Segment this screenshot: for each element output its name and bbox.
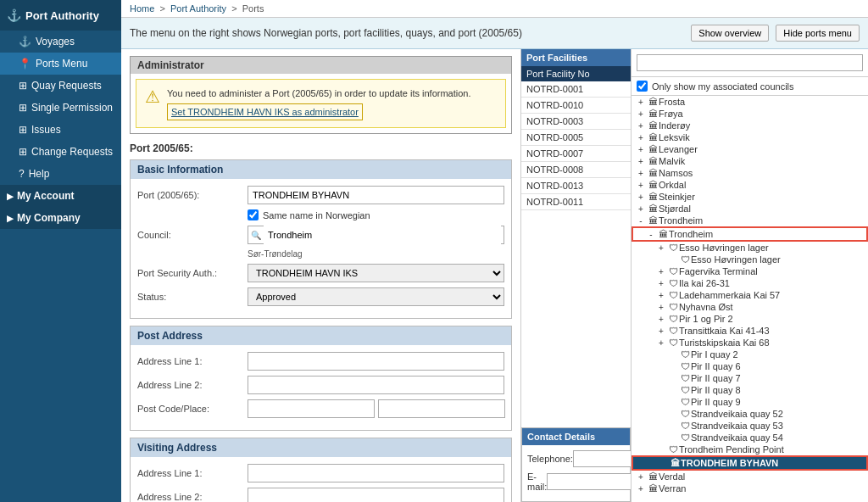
pf-row-5[interactable]: NOTRD-0008 bbox=[521, 162, 631, 178]
visiting-address-header: Visiting Address bbox=[131, 438, 511, 457]
sidebar-item-voyages[interactable]: ⚓ Voyages bbox=[0, 31, 121, 53]
anchor-small-icon: ⚓ bbox=[19, 36, 31, 47]
tree-node-strandveikaia53[interactable]: 🛡 Strandveikaia quay 53 bbox=[632, 420, 868, 432]
tree-node-pir2q6[interactable]: 🛡 Pir II quay 6 bbox=[632, 360, 868, 372]
associated-councils-checkbox[interactable] bbox=[637, 81, 648, 92]
shield-icon: 🛡 bbox=[667, 302, 679, 312]
sidebar-item-issues[interactable]: ⊞ Issues bbox=[0, 119, 121, 141]
shield-icon: 🛡 bbox=[679, 409, 691, 419]
set-admin-link[interactable]: Set TRONDHEIM HAVN IKS as administrator bbox=[167, 103, 363, 121]
tree-node-malvik[interactable]: + 🏛 Malvik bbox=[632, 155, 868, 167]
tree-node-pir2q8[interactable]: 🛡 Pir II quay 8 bbox=[632, 384, 868, 396]
status-select[interactable]: Approved bbox=[248, 287, 504, 306]
tree-node-stjordal[interactable]: + 🏛 Stjørdal bbox=[632, 203, 868, 215]
topbar: Home > Port Authority > Ports bbox=[121, 0, 868, 18]
tree-node-turistskipskaia[interactable]: + 🛡 Turistskipskaia Kai 68 bbox=[632, 337, 868, 349]
pf-row-4[interactable]: NOTRD-0007 bbox=[521, 146, 631, 162]
expand-icon: + bbox=[635, 133, 647, 142]
tree-node-verran[interactable]: + 🏛 Verran bbox=[632, 482, 868, 494]
tree-node-frosta[interactable]: + 🏛 Frosta bbox=[632, 96, 868, 108]
post-addr1-row: Address Line 1: bbox=[137, 352, 504, 371]
breadcrumb-port-authority[interactable]: Port Authority bbox=[170, 3, 226, 14]
pf-row-3[interactable]: NOTRD-0005 bbox=[521, 130, 631, 146]
pf-row-7[interactable]: NOTRD-0011 bbox=[521, 194, 631, 210]
tree-node-pir1q2[interactable]: 🛡 Pir I quay 2 bbox=[632, 349, 868, 360]
tree-node-strandveikaia54[interactable]: 🛡 Strandveikaia quay 54 bbox=[632, 432, 868, 443]
tree-node-trondheim[interactable]: - 🏛 Trondheim bbox=[632, 215, 868, 226]
building-icon: 🏛 bbox=[647, 132, 659, 142]
council-search-input[interactable] bbox=[264, 226, 501, 244]
sidebar-section-my-account[interactable]: ▶ My Account bbox=[0, 185, 121, 207]
port-section-label: Port 2005/65: bbox=[130, 142, 512, 154]
tree-search-input[interactable] bbox=[637, 54, 863, 71]
port-field-row: Port (2005/65): bbox=[137, 186, 504, 204]
post-addr2-input[interactable] bbox=[248, 376, 504, 394]
port-security-select[interactable]: TRONDHEIM HAVN IKS bbox=[248, 264, 504, 282]
tree-node-pir2q7[interactable]: 🛡 Pir II quay 7 bbox=[632, 372, 868, 384]
building-icon: 🏛 bbox=[647, 192, 659, 202]
telephone-input[interactable] bbox=[573, 450, 631, 467]
expand-icon: + bbox=[635, 181, 647, 190]
building-icon: 🏛 bbox=[647, 168, 659, 178]
tree-node-ila[interactable]: + 🛡 Ila kai 26-31 bbox=[632, 277, 868, 289]
contact-details-header: Contact Details bbox=[522, 428, 630, 445]
building-icon: 🏛 bbox=[647, 120, 659, 131]
tree-node-inderoy[interactable]: + 🏛 Inderøy bbox=[632, 120, 868, 131]
expand-icon: + bbox=[655, 338, 667, 348]
show-overview-button[interactable]: Show overview bbox=[691, 25, 769, 42]
tree-node-esso2[interactable]: 🛡 Esso Høvringen lager bbox=[632, 254, 868, 265]
tree-node-esso1[interactable]: + 🛡 Esso Høvringen lager bbox=[632, 242, 868, 254]
pf-row-0[interactable]: NOTRD-0001 bbox=[521, 81, 631, 98]
pf-row-1[interactable]: NOTRD-0010 bbox=[521, 98, 631, 114]
email-input[interactable] bbox=[547, 473, 631, 490]
grid2-icon: ⊞ bbox=[19, 102, 27, 114]
tree-node-trondheim-byhavn[interactable]: 🏛 TRONDHEIM BYHAVN bbox=[632, 455, 868, 471]
tree-node-froya[interactable]: + 🏛 Frøya bbox=[632, 108, 868, 120]
sidebar-section-my-company[interactable]: ▶ My Company bbox=[0, 207, 121, 229]
sidebar-item-quay-requests[interactable]: ⊞ Quay Requests bbox=[0, 75, 121, 97]
tree-node-leksvik[interactable]: + 🏛 Leksvik bbox=[632, 131, 868, 143]
post-address-header: Post Address bbox=[131, 326, 511, 345]
visit-addr1-input[interactable] bbox=[248, 464, 504, 482]
content-area: Administrator ⚠ You need to administer a… bbox=[121, 49, 868, 502]
port-input[interactable] bbox=[248, 186, 504, 204]
tree-node-pending[interactable]: 🛡 Trondheim Pending Point bbox=[632, 443, 868, 455]
chevron-right-icon2: ▶ bbox=[7, 214, 14, 223]
tree-node-transittkaia[interactable]: + 🛡 Transittkaia Kai 41-43 bbox=[632, 325, 868, 337]
tree-node-namsos[interactable]: + 🏛 Namsos bbox=[632, 167, 868, 179]
hide-ports-menu-button[interactable]: Hide ports menu bbox=[776, 25, 860, 42]
tree-node-steinkjer[interactable]: + 🏛 Steinkjer bbox=[632, 191, 868, 203]
sidebar-item-help[interactable]: ? Help bbox=[0, 163, 121, 185]
tree-node-pir1og2[interactable]: + 🛡 Pir 1 og Pir 2 bbox=[632, 313, 868, 325]
tree-node-fagervika[interactable]: + 🛡 Fagervika Terminal bbox=[632, 265, 868, 277]
expand-icon: + bbox=[655, 303, 667, 312]
tree-node-trondheim-sub[interactable]: - 🏛 Trondheim bbox=[632, 226, 868, 242]
pf-row-2[interactable]: NOTRD-0003 bbox=[521, 114, 631, 130]
tree-node-ladehammer[interactable]: + 🛡 Ladehammerkaia Kai 57 bbox=[632, 289, 868, 301]
shield-icon: 🛡 bbox=[667, 444, 679, 455]
admin-warning: ⚠ You need to administer a Port (2005/65… bbox=[136, 79, 506, 128]
visit-addr2-input[interactable] bbox=[248, 488, 504, 502]
tree-node-orkdal[interactable]: + 🏛 Orkdal bbox=[632, 179, 868, 191]
sidebar-item-change-requests[interactable]: ⊞ Change Requests bbox=[0, 141, 121, 163]
tree-node-strandveikaia52[interactable]: 🛡 Strandveikaia quay 52 bbox=[632, 408, 868, 420]
council-label: Council: bbox=[137, 230, 248, 240]
post-place-input[interactable] bbox=[378, 399, 505, 418]
tree-node-verdal[interactable]: + 🏛 Verdal bbox=[632, 471, 868, 482]
tree-node-pir2q9[interactable]: 🛡 Pir II quay 9 bbox=[632, 396, 868, 408]
tree-node-nyhavna[interactable]: + 🛡 Nyhavna Øst bbox=[632, 301, 868, 313]
shield-icon: 🛡 bbox=[667, 266, 679, 276]
visiting-address-body: Address Line 1: Address Line 2: Post Cod… bbox=[131, 457, 511, 502]
telephone-label: Telephone: bbox=[527, 454, 573, 464]
sidebar-item-single-permission[interactable]: ⊞ Single Permission bbox=[0, 97, 121, 119]
post-addr1-input[interactable] bbox=[248, 352, 504, 371]
tree-panel: Only show my associated councils + 🏛 Fro… bbox=[631, 49, 868, 502]
breadcrumb-home[interactable]: Home bbox=[130, 3, 154, 14]
associated-councils-label: Only show my associated councils bbox=[652, 81, 794, 92]
tree-node-levanger[interactable]: + 🏛 Levanger bbox=[632, 143, 868, 155]
pf-row-6[interactable]: NOTRD-0013 bbox=[521, 178, 631, 194]
sidebar-item-ports-menu[interactable]: 📍 Ports Menu bbox=[0, 53, 121, 75]
port-facility-no-header: Port Facility No bbox=[521, 66, 631, 81]
post-postcode-input[interactable] bbox=[248, 399, 375, 418]
same-name-checkbox[interactable] bbox=[248, 209, 259, 220]
